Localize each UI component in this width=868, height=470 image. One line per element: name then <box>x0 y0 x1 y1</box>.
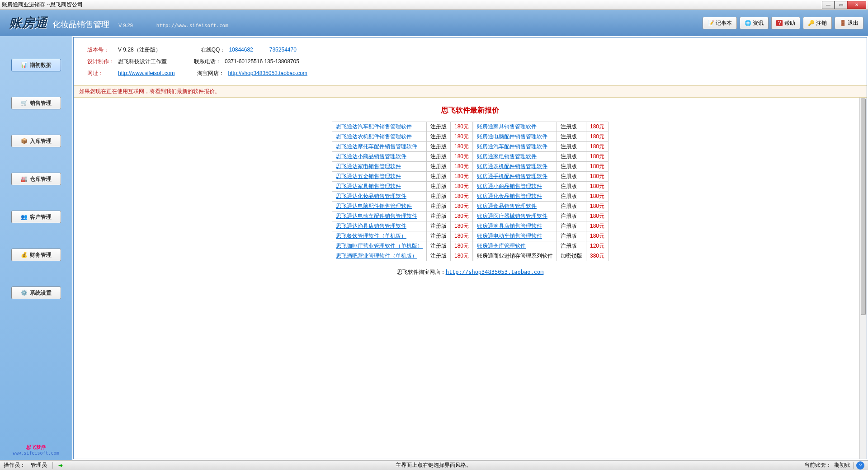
logo-main: 账房通 <box>9 14 47 32</box>
header-version: V 9.29 <box>118 23 133 28</box>
product-name: 账房通汽车配件销售管理软件 <box>473 142 557 152</box>
maximize-button[interactable]: ▭ <box>835 1 847 9</box>
logo-subtitle: 化妆品销售管理 <box>52 19 109 30</box>
taobao-label: 淘宝网店： <box>197 67 224 79</box>
help-label: 帮助 <box>784 19 795 27</box>
exit-button[interactable]: 🚪退出 <box>835 17 863 29</box>
product-link[interactable]: 账房通电脑配件销售管理软件 <box>477 133 547 140</box>
product-link[interactable]: 账房通小商品销售管理软件 <box>477 183 542 189</box>
price-row: 账房通家具销售管理软件注册版180元 <box>473 122 609 132</box>
product-name: 账房通农机配件销售管理软件 <box>473 162 557 172</box>
logout-label: 注销 <box>816 19 827 27</box>
product-type: 注册版 <box>557 122 586 132</box>
product-link[interactable]: 账房通家具销售管理软件 <box>477 123 537 130</box>
product-price: 180元 <box>450 182 472 192</box>
sidebar-item-5[interactable]: 💰财务管理 <box>11 249 61 261</box>
product-name: 账房通家具销售管理软件 <box>473 122 557 132</box>
product-type: 注册版 <box>557 192 586 202</box>
product-name: 思飞通达五金销售管理软件 <box>332 172 426 182</box>
product-price: 180元 <box>586 192 609 202</box>
notepad-button[interactable]: 📝记事本 <box>703 17 737 29</box>
minimize-button[interactable]: — <box>822 1 835 9</box>
product-link[interactable]: 思飞通达家具销售管理软件 <box>336 183 401 189</box>
phone-label: 联系电话： <box>194 56 221 67</box>
price-row: 账房通电脑配件销售管理软件注册版180元 <box>473 132 609 142</box>
phone-value: 0371-60125516 135-13808705 <box>225 56 299 67</box>
product-link[interactable]: 思飞咖啡厅营业管理软件（单机版） <box>336 243 423 249</box>
product-link[interactable]: 思飞通达电脑配件销售管理软件 <box>336 203 412 209</box>
sidebar-item-1[interactable]: 🛒销售管理 <box>11 97 61 109</box>
product-link[interactable]: 账房通化妆品销售管理软件 <box>477 193 542 199</box>
price-row: 思飞咖啡厅营业管理软件（单机版）注册版180元 <box>332 241 472 251</box>
product-type: 注册版 <box>426 221 450 231</box>
content-scrollbar[interactable] <box>859 98 867 459</box>
close-button[interactable]: ✕ <box>847 1 866 9</box>
product-type: 注册版 <box>557 142 586 152</box>
sidebar-icon: 🏭 <box>21 176 27 182</box>
price-tables: 思飞通达汽车配件销售管理软件注册版180元思飞通达农机配件销售管理软件注册版18… <box>74 122 867 261</box>
product-link[interactable]: 账房通手机配件销售管理软件 <box>477 173 547 179</box>
news-button[interactable]: 🌐资讯 <box>740 17 769 29</box>
product-link[interactable]: 账房通汽车配件销售管理软件 <box>477 143 547 150</box>
logout-button[interactable]: 🔑注销 <box>803 17 832 29</box>
product-link[interactable]: 思飞通达小商品销售管理软件 <box>336 153 406 160</box>
price-row: 账房通小商品销售管理软件注册版180元 <box>473 182 609 192</box>
site-link[interactable]: http://www.sifeisoft.com <box>118 67 175 79</box>
sidebar-item-label: 入库管理 <box>30 137 52 145</box>
product-link[interactable]: 思飞通达摩托车配件销售管理软件 <box>336 143 417 150</box>
price-row: 思飞通达家具销售管理软件注册版180元 <box>332 182 472 192</box>
price-row: 账房通商业进销存管理系列软件加密锁版380元 <box>473 251 609 261</box>
product-link[interactable]: 账房通食品销售管理软件 <box>477 203 537 209</box>
product-price: 180元 <box>586 231 609 241</box>
sidebar-item-2[interactable]: 📦入库管理 <box>11 135 61 147</box>
statusbar-help-icon[interactable]: ? <box>856 461 864 470</box>
product-type: 注册版 <box>426 122 450 132</box>
product-name: 账房通电动车销售管理软件 <box>473 231 557 241</box>
product-type: 注册版 <box>426 132 450 142</box>
product-type: 注册版 <box>426 212 450 221</box>
header-buttons: 📝记事本 🌐资讯 ?帮助 🔑注销 🚪退出 <box>703 17 863 29</box>
product-name: 思飞通达电动车配件销售管理软件 <box>332 212 426 221</box>
sidebar-item-4[interactable]: 👥客户管理 <box>11 211 61 223</box>
forward-icon[interactable]: ➜ <box>58 462 63 469</box>
design-label: 设计制作： <box>87 56 114 67</box>
product-type: 注册版 <box>426 231 450 241</box>
news-icon: 🌐 <box>745 20 751 26</box>
product-name: 思飞通达化妆品销售管理软件 <box>332 192 426 202</box>
help-icon: ? <box>776 20 783 26</box>
product-link[interactable]: 账房通仓库管理软件 <box>477 243 526 249</box>
info-panel: 版本号： V 9.28（注册版） 在线QQ： 10844682 73525447… <box>74 38 867 85</box>
taobao-link[interactable]: http://shop34835053.taobao.com <box>228 67 307 79</box>
product-link[interactable]: 思飞餐饮管理软件（单机版） <box>336 233 406 239</box>
operator-label: 操作员： <box>4 461 25 469</box>
product-name: 账房通医疗器械销售管理软件 <box>473 212 557 221</box>
product-link[interactable]: 思飞通达农机配件销售管理软件 <box>336 133 412 140</box>
product-price: 180元 <box>586 152 609 162</box>
product-link[interactable]: 思飞酒吧营业管理软件（单机版） <box>336 253 417 259</box>
product-link[interactable]: 思飞通达电动车配件销售管理软件 <box>336 213 417 219</box>
statusbar: 操作员： 管理员 ➜ 主界面上点右键选择界面风格。 当前账套： 期初账 ? <box>0 460 868 470</box>
window-title: 账房通商业进销存 --思飞商贸公司 <box>2 1 822 9</box>
notice-bar: 如果您现在正在使用互联网，将看到我们最新的软件报价。 <box>74 85 867 98</box>
product-type: 注册版 <box>426 172 450 182</box>
product-link[interactable]: 思飞通达五金销售管理软件 <box>336 173 401 179</box>
product-link[interactable]: 思飞通达汽车配件销售管理软件 <box>336 123 412 130</box>
statusbar-hint: 主界面上点右键选择界面风格。 <box>68 461 799 469</box>
sidebar-item-3[interactable]: 🏭仓库管理 <box>11 173 61 185</box>
product-price: 180元 <box>586 142 609 152</box>
product-link[interactable]: 思飞通达家电销售管理软件 <box>336 163 401 169</box>
product-link[interactable]: 思飞通达化妆品销售管理软件 <box>336 193 406 199</box>
product-link[interactable]: 账房通家电销售管理软件 <box>477 153 537 160</box>
product-link[interactable]: 账房通医疗器械销售管理软件 <box>477 213 547 219</box>
product-name: 思飞通达家电销售管理软件 <box>332 162 426 172</box>
help-button[interactable]: ?帮助 <box>771 17 800 29</box>
price-row: 账房通仓库管理软件注册版120元 <box>473 241 609 251</box>
sidebar-icon: 🛒 <box>21 100 27 106</box>
product-link[interactable]: 思飞通达渔具店销售管理软件 <box>336 223 406 229</box>
sidebar-item-0[interactable]: 📊期初数据 <box>11 59 61 71</box>
sidebar-item-6[interactable]: ⚙️系统设置 <box>11 287 61 299</box>
product-link[interactable]: 账房通农机配件销售管理软件 <box>477 163 547 169</box>
product-link[interactable]: 账房通电动车销售管理软件 <box>477 233 542 239</box>
product-link[interactable]: 账房通渔具店销售管理软件 <box>477 223 542 229</box>
taobao-shop-link[interactable]: http://shop34835053.taobao.com <box>446 269 544 275</box>
